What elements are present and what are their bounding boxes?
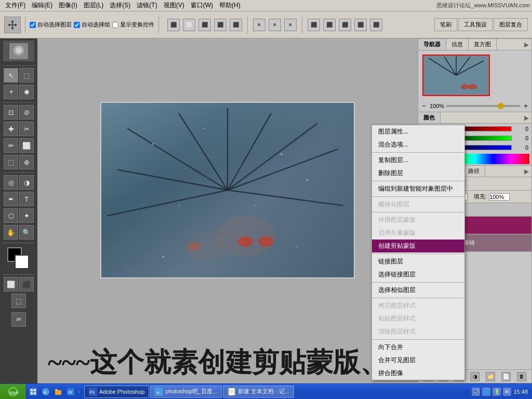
quicklaunch-icon4[interactable]: W xyxy=(65,387,76,397)
menu-layer[interactable]: 图层(L) xyxy=(81,0,107,11)
distribute-icon2[interactable]: ⬛ xyxy=(214,19,227,31)
ctx-merge-down[interactable]: 向下合并 xyxy=(372,341,464,354)
ie-icon[interactable]: e xyxy=(41,387,51,397)
screen-mode-btn[interactable]: ⬚ xyxy=(11,294,26,308)
tool-preset-btn[interactable]: 工具预设 xyxy=(458,18,493,31)
arrange-icon1[interactable]: ⬛ xyxy=(308,19,320,31)
move-tool-icon[interactable] xyxy=(4,17,21,33)
ctx-group-smart[interactable]: 编组到新建智能对象图层中 xyxy=(372,182,464,195)
tab-color[interactable]: 颜色 xyxy=(418,112,441,123)
svg-point-22 xyxy=(296,246,298,247)
layer-new-btn[interactable]: 📄 xyxy=(501,372,511,381)
layer-comp-btn[interactable]: 图层复合 xyxy=(494,18,528,31)
notes-tool-btn[interactable]: ✦ xyxy=(19,208,34,223)
menu-file[interactable]: 文件(F) xyxy=(2,0,29,11)
quickmask-btn[interactable]: ⬛ xyxy=(19,277,34,291)
transform-icon2[interactable]: ⬜ xyxy=(183,19,195,31)
menu-edit[interactable]: 编辑(E) xyxy=(29,0,56,11)
align-icon1[interactable]: ≡ xyxy=(253,19,265,31)
ctx-flatten[interactable]: 拼合图像 xyxy=(372,367,464,380)
selection-tool-btn[interactable]: ⬚ xyxy=(19,68,34,83)
zoom-thumb[interactable] xyxy=(498,103,504,109)
zoom-in-icon[interactable]: ＋ xyxy=(522,101,529,111)
ctx-create-clipping-mask[interactable]: 创建剪贴蒙版 xyxy=(372,240,464,252)
align-icon2[interactable]: ≡ xyxy=(269,19,281,31)
distribute-icon3[interactable]: ⬛ xyxy=(230,19,242,31)
slice-tool-btn[interactable]: ⊘ xyxy=(19,105,34,119)
background-color[interactable] xyxy=(15,255,29,269)
standard-mode-btn[interactable]: ⬜ xyxy=(4,277,18,291)
distribute-icon1[interactable]: ⬛ xyxy=(198,19,211,31)
lasso-tool-btn[interactable]: ⌖ xyxy=(4,85,18,99)
tab-info[interactable]: 信息 xyxy=(446,39,469,50)
arrange-icon2[interactable]: ⬛ xyxy=(323,19,336,31)
tab-navigator[interactable]: 导航器 xyxy=(418,39,446,50)
ctx-layer-properties[interactable]: 图层属性... xyxy=(372,125,464,138)
brush-tool-btn[interactable]: ✏ xyxy=(4,138,18,153)
clone-tool-btn[interactable]: ✂ xyxy=(19,122,34,136)
pen-tool-btn[interactable]: ✒ xyxy=(4,192,18,206)
menu-help[interactable]: 帮助(H) xyxy=(216,0,244,11)
fill-input[interactable] xyxy=(489,193,510,201)
layers-options-btn[interactable]: ▶ xyxy=(521,168,531,175)
transform-icon1[interactable]: ⬛ xyxy=(167,19,180,31)
auto-select-group-checkbox[interactable]: 自动选择组 xyxy=(74,21,110,29)
fill-tool-btn[interactable]: ⊕ xyxy=(19,155,34,169)
imageready-btn[interactable]: IR xyxy=(11,312,26,327)
tool-sep5 xyxy=(3,274,34,275)
ctx-sep2 xyxy=(372,181,464,181)
tab-paths[interactable]: 路径 xyxy=(463,166,485,177)
show-transform-checkbox[interactable]: 显示变换控件 xyxy=(112,21,154,29)
shape-tools: ⬡ ✦ xyxy=(4,208,34,223)
arrange-icon3[interactable]: ⬛ xyxy=(339,19,351,31)
arrange-icon5[interactable]: ⬛ xyxy=(370,19,382,31)
main-canvas[interactable] xyxy=(100,102,355,278)
folder-icon[interactable] xyxy=(53,387,63,397)
start-button[interactable]: start xyxy=(0,384,26,400)
eyedrop-btn[interactable]: ✋ xyxy=(4,225,18,240)
taskbar-item-notepad[interactable]: 新建 文本文档 - 记... xyxy=(223,385,294,398)
history-brush-btn[interactable]: ⬜ xyxy=(19,138,34,153)
ctx-select-similar[interactable]: 选择相似图层 xyxy=(372,284,464,297)
eraser-btn[interactable]: ⬚ xyxy=(4,155,18,169)
show-desktop-btn[interactable] xyxy=(28,387,38,397)
menu-window[interactable]: 窗口(W) xyxy=(188,0,216,11)
menu-filter[interactable]: 滤镜(T) xyxy=(134,0,160,11)
tab-histogram[interactable]: 直方图 xyxy=(469,39,497,50)
menu-image[interactable]: 图像(I) xyxy=(56,0,80,11)
brush-preset-btn[interactable]: 笔刷 xyxy=(434,18,457,31)
align-icon3[interactable]: ≡ xyxy=(284,19,297,31)
svg-point-31 xyxy=(461,84,469,89)
dodge-tool-btn[interactable]: ◑ xyxy=(19,175,34,190)
heal-tool-btn[interactable]: ✚ xyxy=(4,122,18,136)
ctx-blend-options[interactable]: 混合选项... xyxy=(372,138,464,151)
menu-select[interactable]: 选择(S) xyxy=(107,0,134,11)
type-tool-btn[interactable]: T xyxy=(19,192,34,206)
taskbar-item-ps[interactable]: Ps Adobe Photoshop xyxy=(84,385,149,398)
selection-tools: ↖ ⬚ xyxy=(4,68,34,83)
zoom-slider[interactable] xyxy=(446,105,520,107)
layer-delete-btn[interactable]: 🗑 xyxy=(517,372,526,381)
zoom-tool-btn[interactable]: 🔍 xyxy=(19,225,34,240)
svg-rect-42 xyxy=(31,389,33,391)
taskbar-item-browser[interactable]: e photoshop吧_百度... xyxy=(150,385,222,398)
color-options-btn[interactable]: ▶ xyxy=(521,114,531,122)
menu-view[interactable]: 视图(V) xyxy=(161,0,188,11)
move-tool-btn[interactable]: ↖ xyxy=(4,68,18,83)
magic-wand-btn[interactable]: ✱ xyxy=(19,85,34,99)
ctx-delete-layer[interactable]: 删除图层 xyxy=(372,167,464,180)
toolbar-sep3 xyxy=(247,17,248,33)
blur-tool-btn[interactable]: ◎ xyxy=(4,175,18,190)
arrange-icon4[interactable]: ⬛ xyxy=(354,19,367,31)
layer-group-btn[interactable]: 📁 xyxy=(486,372,495,381)
zoom-out-icon[interactable]: － xyxy=(420,101,428,111)
shape-tool-btn[interactable]: ⬡ xyxy=(4,208,18,223)
ctx-select-linked[interactable]: 选择链接图层 xyxy=(372,268,464,281)
navigator-options-btn[interactable]: ▶ xyxy=(521,41,531,48)
ctx-duplicate-layer[interactable]: 复制图层... xyxy=(372,154,464,167)
auto-select-layer-checkbox[interactable]: 自动选择图层 xyxy=(30,21,72,29)
ctx-merge-visible[interactable]: 合并可见图层 xyxy=(372,354,464,367)
layer-adj-btn[interactable]: ◑ xyxy=(470,372,480,381)
crop-tool-btn[interactable]: ⊡ xyxy=(4,105,18,119)
ctx-link-layers[interactable]: 链接图层 xyxy=(372,255,464,268)
